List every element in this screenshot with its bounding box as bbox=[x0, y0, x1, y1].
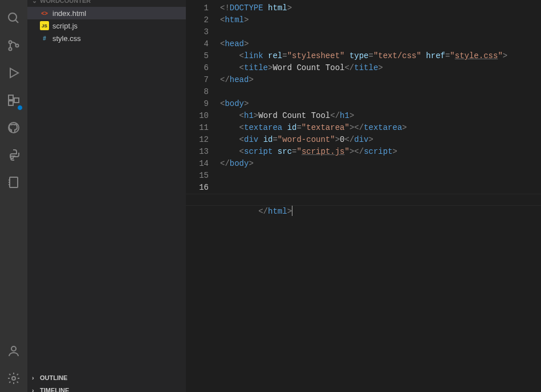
extensions-icon[interactable] bbox=[0, 87, 27, 114]
outline-header[interactable]: › OUTLINE bbox=[27, 371, 186, 384]
file-item-index-html[interactable]: <> index.html bbox=[27, 7, 186, 19]
line-number: 15 bbox=[186, 170, 209, 182]
svg-rect-7 bbox=[14, 98, 19, 103]
file-label: script.js bbox=[52, 22, 78, 30]
line-number: 1 bbox=[186, 2, 209, 14]
line-number: 9 bbox=[186, 98, 209, 110]
svg-rect-6 bbox=[9, 101, 13, 105]
activity-bar bbox=[0, 0, 27, 392]
css-file-icon: # bbox=[40, 34, 49, 43]
active-line-highlight bbox=[186, 194, 541, 206]
editor-pane: 12345678910111213141516 <!DOCTYPE html> … bbox=[186, 0, 541, 392]
account-icon[interactable] bbox=[0, 337, 27, 365]
chevron-right-icon: › bbox=[32, 374, 40, 381]
gear-icon[interactable] bbox=[0, 365, 27, 392]
code-lines[interactable]: <!DOCTYPE html> <html> <head> <link rel=… bbox=[220, 2, 541, 392]
svg-point-0 bbox=[9, 13, 17, 21]
file-list: <> index.html JS script.js # style.css bbox=[27, 7, 186, 371]
line-number: 8 bbox=[186, 86, 209, 98]
explorer-sidebar: ⌄ WORDCOUNTER <> index.html JS script.js… bbox=[27, 0, 186, 392]
file-item-style-css[interactable]: # style.css bbox=[27, 32, 186, 44]
chevron-right-icon: › bbox=[32, 387, 40, 392]
notebook-icon[interactable] bbox=[0, 169, 27, 196]
line-number: 11 bbox=[186, 122, 209, 134]
github-icon[interactable] bbox=[0, 114, 27, 141]
html-file-icon: <> bbox=[40, 9, 49, 18]
svg-rect-9 bbox=[10, 177, 18, 187]
file-label: style.css bbox=[52, 34, 81, 43]
search-icon[interactable] bbox=[0, 5, 27, 32]
file-label: index.html bbox=[52, 9, 86, 18]
line-number: 7 bbox=[186, 74, 209, 86]
line-number: 3 bbox=[186, 26, 209, 38]
run-debug-icon[interactable] bbox=[0, 59, 27, 87]
line-number: 5 bbox=[186, 50, 209, 62]
line-number: 12 bbox=[186, 134, 209, 146]
line-number: 6 bbox=[186, 62, 209, 74]
svg-point-3 bbox=[9, 48, 12, 51]
text-cursor bbox=[292, 206, 292, 216]
timeline-label: TIMELINE bbox=[40, 387, 69, 392]
svg-point-2 bbox=[9, 41, 12, 44]
line-number: 2 bbox=[186, 14, 209, 26]
js-file-icon: JS bbox=[40, 21, 49, 30]
source-control-icon[interactable] bbox=[0, 32, 27, 59]
svg-point-14 bbox=[12, 377, 15, 380]
svg-line-1 bbox=[15, 20, 18, 23]
outline-label: OUTLINE bbox=[40, 374, 67, 381]
chevron-down-icon: ⌄ bbox=[32, 0, 40, 5]
python-icon[interactable] bbox=[0, 141, 27, 169]
timeline-header[interactable]: › TIMELINE bbox=[27, 384, 186, 392]
file-item-script-js[interactable]: JS script.js bbox=[27, 19, 186, 32]
line-number: 4 bbox=[186, 38, 209, 50]
svg-point-13 bbox=[11, 346, 16, 351]
folder-name: WORDCOUNTER bbox=[40, 0, 91, 4]
extensions-badge-icon bbox=[17, 105, 23, 111]
code-editor[interactable]: 12345678910111213141516 <!DOCTYPE html> … bbox=[186, 2, 541, 392]
folder-header[interactable]: ⌄ WORDCOUNTER bbox=[27, 0, 186, 7]
line-number: 10 bbox=[186, 110, 209, 122]
svg-rect-5 bbox=[9, 95, 13, 100]
line-number: 13 bbox=[186, 146, 209, 158]
line-number: 16 bbox=[186, 182, 209, 194]
line-number: 14 bbox=[186, 158, 209, 170]
